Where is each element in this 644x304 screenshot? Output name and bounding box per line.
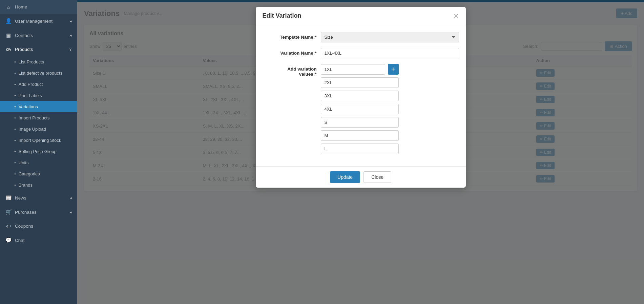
sidebar-item-contacts[interactable]: ▣ Contacts ◂ (0, 28, 77, 42)
dot-icon: ● (14, 83, 16, 86)
user-icon: 👤 (5, 18, 12, 24)
value-input-6[interactable] (321, 144, 399, 154)
sidebar-sub-item-import-opening-stock[interactable]: ● Import Opening Stock (0, 135, 77, 146)
dot-icon: ● (14, 172, 16, 175)
value-input-3[interactable] (321, 104, 399, 114)
sidebar-item-label: User Management (15, 19, 53, 24)
modal-body: Template Name:* Size Color Weight Variat… (256, 25, 466, 166)
dot-icon: ● (14, 60, 16, 63)
add-value-button[interactable]: + (388, 64, 399, 75)
sidebar-sub-item-import-products[interactable]: ● Import Products (0, 112, 77, 124)
sidebar-sub-item-brands[interactable]: ● Brands (0, 179, 77, 191)
variation-name-label: Variation Name:* (263, 48, 317, 56)
sidebar-sub-item-list-defective[interactable]: ● List defective products (0, 68, 77, 79)
sidebar-sub-item-image-upload[interactable]: ● Image Upload (0, 124, 77, 135)
home-icon: ⌂ (5, 4, 12, 10)
template-name-label: Template Name:* (263, 32, 317, 40)
chat-icon: 💬 (5, 237, 12, 243)
sidebar-sub-item-variations[interactable]: ● Variations (0, 101, 77, 112)
sidebar-item-label: Coupons (15, 224, 33, 229)
sub-item-label: Import Products (19, 115, 50, 120)
sidebar-item-coupons[interactable]: 🏷 Coupons (0, 219, 77, 233)
sub-item-label: Categories (19, 171, 40, 176)
sidebar-item-purchases[interactable]: 🛒 Purchases ◂ (0, 205, 77, 219)
sub-item-label: Units (19, 160, 29, 165)
dot-icon: ● (14, 161, 16, 164)
sidebar-item-label: Contacts (15, 33, 33, 38)
chevron-icon: ◂ (70, 33, 72, 38)
sidebar-item-products[interactable]: 🛍 Products ∨ (0, 42, 77, 56)
value-input-0[interactable] (321, 64, 385, 75)
values-section: + (321, 64, 399, 154)
sidebar-sub-item-add-product[interactable]: ● Add Product (0, 79, 77, 90)
dot-icon: ● (14, 72, 16, 75)
sub-item-label: Import Opening Stock (19, 138, 61, 143)
sub-item-label: Image Upload (19, 127, 46, 132)
value-row (321, 104, 399, 114)
sub-item-label: Selling Price Group (19, 149, 57, 154)
value-row (321, 91, 399, 101)
chevron-icon: ◂ (70, 210, 72, 214)
products-icon: 🛍 (5, 46, 12, 52)
purchases-icon: 🛒 (5, 209, 12, 215)
coupons-icon: 🏷 (5, 223, 12, 229)
value-input-4[interactable] (321, 117, 399, 128)
value-row (321, 144, 399, 154)
sidebar-sub-item-categories[interactable]: ● Categories (0, 168, 77, 179)
sidebar-item-news[interactable]: 📰 News ◂ (0, 191, 77, 205)
sub-item-label: Add Product (19, 82, 43, 87)
main-content: Variations Manage product v... + Add All… (77, 0, 644, 304)
dot-icon: ● (14, 139, 16, 142)
dot-icon: ● (14, 184, 16, 187)
sidebar-sub-item-list-products[interactable]: ● List Products (0, 56, 77, 68)
modal-close-button[interactable]: ✕ (453, 13, 459, 19)
add-values-label: Add variationvalues:* (263, 64, 317, 77)
template-name-row: Template Name:* Size Color Weight (263, 32, 459, 42)
sub-item-label: Variations (19, 104, 38, 109)
close-modal-button[interactable]: Close (363, 171, 391, 183)
value-row (321, 77, 399, 88)
dot-icon: ● (14, 128, 16, 131)
sub-item-label: Brands (19, 183, 33, 188)
value-input-5[interactable] (321, 130, 399, 141)
sub-item-label: List defective products (19, 71, 62, 76)
sidebar-item-label: Home (15, 4, 27, 10)
sidebar-item-label: Products (15, 47, 33, 52)
modal-title: Edit Variation (263, 12, 302, 19)
update-button[interactable]: Update (330, 171, 360, 183)
modal-footer: Update Close (256, 166, 466, 188)
dot-icon: ● (14, 105, 16, 108)
sidebar-item-label: Chat (15, 238, 25, 243)
sidebar-sub-item-units[interactable]: ● Units (0, 157, 77, 168)
sub-item-label: Print Labels (19, 93, 42, 98)
sidebar-sub-item-print-labels[interactable]: ● Print Labels (0, 90, 77, 101)
sidebar: ⌂ Home 👤 User Management ◂ ▣ Contacts ◂ … (0, 0, 77, 304)
chevron-icon: ◂ (70, 196, 72, 200)
sidebar-item-user-management[interactable]: 👤 User Management ◂ (0, 14, 77, 28)
sidebar-item-chat[interactable]: 💬 Chat (0, 233, 77, 247)
value-row (321, 130, 399, 141)
news-icon: 📰 (5, 195, 12, 201)
dot-icon: ● (14, 94, 16, 97)
variation-name-input[interactable] (321, 48, 459, 58)
contacts-icon: ▣ (5, 32, 12, 38)
edit-variation-modal: Edit Variation ✕ Template Name:* Size Co… (256, 7, 466, 188)
sidebar-item-label: Purchases (15, 210, 37, 215)
dot-icon: ● (14, 150, 16, 153)
value-row: + (321, 64, 399, 75)
value-input-1[interactable] (321, 77, 399, 88)
chevron-down-icon: ∨ (69, 47, 72, 52)
template-name-select[interactable]: Size Color Weight (321, 32, 459, 42)
sub-item-label: List Products (19, 59, 44, 64)
value-row (321, 117, 399, 128)
modal-overlay: Edit Variation ✕ Template Name:* Size Co… (77, 0, 644, 304)
sidebar-item-home[interactable]: ⌂ Home (0, 0, 77, 14)
variation-name-row: Variation Name:* (263, 48, 459, 58)
variation-values-row: Add variationvalues:* + (263, 64, 459, 154)
chevron-icon: ◂ (70, 19, 72, 23)
modal-header: Edit Variation ✕ (256, 7, 466, 25)
dot-icon: ● (14, 116, 16, 119)
sidebar-item-label: News (15, 195, 26, 201)
value-input-2[interactable] (321, 91, 399, 101)
sidebar-sub-item-selling-price-group[interactable]: ● Selling Price Group (0, 146, 77, 157)
